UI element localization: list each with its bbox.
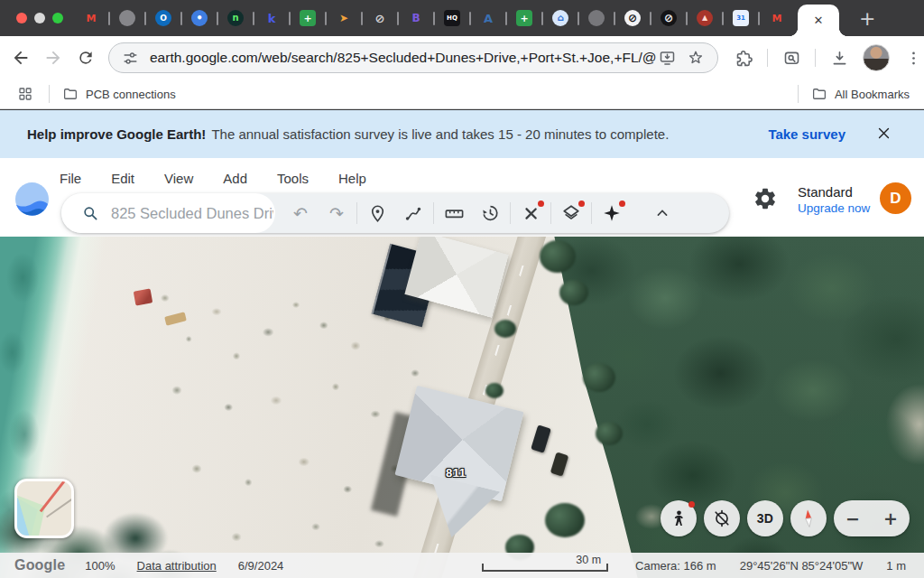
chrome-menu-icon[interactable]	[902, 47, 924, 69]
compass-button[interactable]	[790, 500, 827, 536]
extensions-icon[interactable]	[733, 47, 754, 69]
menu-edit[interactable]: Edit	[111, 171, 134, 191]
close-tab-icon[interactable]: ✕	[814, 14, 824, 27]
camera-altitude: Camera: 166 m	[635, 559, 716, 573]
minimize-window-button[interactable]	[34, 13, 45, 23]
account-avatar[interactable]: D	[880, 182, 911, 214]
3d-label: 3D	[757, 511, 774, 526]
pinned-tab-blue-k[interactable]: k	[263, 0, 280, 36]
coordinates: 29°45'26"N 85°24'05"W	[740, 559, 864, 573]
tab-separator	[397, 12, 399, 25]
pinned-tab-rocket[interactable]: ➤	[336, 0, 352, 36]
notification-dot	[578, 200, 585, 207]
historical-imagery-button[interactable]	[472, 195, 508, 231]
tab-separator	[108, 12, 110, 25]
pinned-tab-calendar[interactable]: 31	[733, 0, 749, 36]
toolbar-separator	[550, 202, 551, 224]
overview-minimap[interactable]	[14, 479, 74, 538]
pinned-tab-neon[interactable]: n	[227, 0, 244, 36]
menu-add[interactable]: Add	[223, 171, 247, 191]
add-path-button[interactable]	[395, 195, 431, 231]
pinned-tab-purple-b[interactable]: B	[408, 0, 424, 36]
search-icon	[81, 204, 99, 222]
pegman-streetview-button[interactable]	[661, 500, 697, 536]
downloads-icon[interactable]	[828, 47, 850, 69]
notification-dot	[538, 200, 544, 207]
banner-close-icon[interactable]	[876, 126, 892, 144]
tab-separator	[289, 12, 291, 25]
search-input[interactable]	[111, 205, 273, 222]
menu-tools[interactable]: Tools	[277, 171, 309, 191]
pinned-tab-gmail-2[interactable]: M	[769, 0, 785, 36]
tab-separator	[578, 12, 579, 25]
blue-badge-icon: •	[191, 10, 208, 26]
blocked-light-icon: ⊘	[624, 10, 641, 26]
settings-button[interactable]	[753, 186, 778, 211]
zoom-in-button[interactable]: +	[883, 508, 898, 528]
back-button[interactable]	[11, 47, 31, 69]
layers-button[interactable]	[553, 195, 589, 231]
measure-button[interactable]	[436, 195, 472, 231]
pinned-tab-outlook[interactable]: O	[155, 0, 171, 36]
menu-help[interactable]: Help	[338, 171, 366, 191]
muted-site-icon	[119, 10, 135, 26]
zoom-window-button[interactable]	[52, 13, 63, 23]
reload-button[interactable]	[76, 47, 96, 69]
data-attribution-link[interactable]: Data attribution	[137, 559, 217, 573]
undo-button[interactable]: ↶	[282, 195, 319, 231]
pinned-tab-blue-badge[interactable]: •	[191, 0, 208, 36]
forward-button[interactable]	[43, 47, 63, 69]
pinned-tab-home-shield[interactable]: ⌂	[552, 0, 568, 36]
profile-avatar[interactable]	[863, 44, 890, 71]
auto-rotate-off-button[interactable]	[704, 500, 740, 536]
url-text[interactable]: earth.google.com/web/search/825+Secluded…	[150, 50, 656, 66]
tab-separator	[758, 12, 760, 25]
ai-sparkle-button[interactable]	[594, 195, 630, 231]
tab-separator	[361, 12, 363, 25]
pinned-tab-muted-site-2[interactable]	[588, 0, 605, 36]
search-box[interactable]	[61, 193, 275, 233]
zoom-out-button[interactable]: −	[845, 508, 860, 528]
house-number-label: 811	[446, 466, 466, 480]
rotate-off-icon	[712, 508, 732, 528]
add-placemark-button[interactable]	[359, 195, 395, 231]
tools-button[interactable]	[513, 195, 549, 231]
tab-separator	[614, 12, 615, 25]
undo-icon: ↶	[293, 203, 308, 223]
satellite-map-view[interactable]: 811 3D − + Google 100% Data attribution	[0, 237, 924, 578]
redo-button[interactable]: ↷	[319, 195, 355, 231]
tab-separator	[217, 12, 218, 25]
toolbar-separator	[591, 202, 592, 224]
toolbar-divider	[767, 49, 768, 67]
install-app-icon[interactable]	[656, 47, 678, 69]
site-settings-icon[interactable]	[122, 50, 139, 67]
all-bookmarks[interactable]: All Bookmarks	[811, 86, 910, 102]
apps-grid-icon[interactable]	[14, 83, 36, 105]
pinned-tab-hq[interactable]: HQ	[444, 0, 460, 36]
pinned-tab-sheets[interactable]: +	[300, 0, 316, 36]
address-bar[interactable]: earth.google.com/web/search/825+Secluded…	[108, 42, 718, 73]
status-bar: Google 100% Data attribution 6/9/2024 30…	[0, 553, 924, 578]
pinned-tab-red-app[interactable]: ▲	[697, 0, 713, 36]
pinned-tab-blocked-outline[interactable]: ⊘	[372, 0, 388, 36]
pinned-tab-blocked-light[interactable]: ⊘	[624, 0, 641, 36]
history-clock-icon	[480, 203, 500, 223]
bookmark-folder-pcb[interactable]: PCB connections	[62, 86, 176, 102]
bookmark-star-icon[interactable]	[685, 47, 707, 69]
upgrade-link[interactable]: Upgrade now	[798, 201, 870, 217]
tab-search-icon[interactable]	[781, 47, 802, 69]
pinned-tab-gmail[interactable]: M	[83, 0, 99, 36]
active-tab[interactable]: ✕	[798, 5, 839, 36]
pinned-tab-blocked-dark[interactable]: ⊘	[661, 0, 677, 36]
collapse-toolbar-button[interactable]	[644, 195, 680, 231]
take-survey-link[interactable]: Take survey	[768, 126, 845, 142]
menu-file[interactable]: File	[60, 171, 81, 191]
google-earth-logo[interactable]	[15, 182, 49, 216]
pinned-tab-airline-a[interactable]: A	[480, 0, 496, 36]
new-tab-button[interactable]: +	[859, 7, 875, 30]
close-window-button[interactable]	[16, 13, 27, 23]
menu-view[interactable]: View	[164, 171, 193, 191]
pinned-tab-muted-site[interactable]	[119, 0, 135, 36]
3d-toggle-button[interactable]: 3D	[747, 500, 783, 536]
pinned-tab-sheets-2[interactable]: +	[516, 0, 532, 36]
